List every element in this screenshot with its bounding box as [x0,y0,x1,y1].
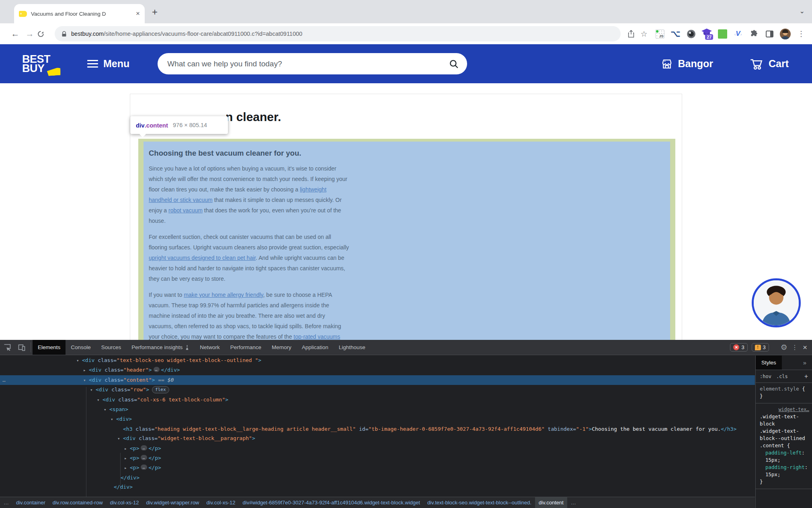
article-link[interactable]: robot vacuum [168,207,203,214]
dom-tree-node[interactable]: </div> [0,482,755,492]
green-square-extension-icon[interactable] [717,29,728,39]
expand-arrow-closed-icon[interactable]: ▸ [83,366,89,375]
class-toggle[interactable]: .cls [776,374,788,379]
scholar-extension-icon[interactable]: 27 [701,29,712,39]
more-tabs-chevron-icon[interactable]: » [798,356,812,370]
eye-extension-icon[interactable] [686,29,696,39]
search-icon[interactable] [449,59,459,69]
store-location-button[interactable]: Bangor [661,58,713,70]
dom-tree-node[interactable]: ▾<div class="widget-text-block__paragrap… [0,434,755,443]
dom-tree-node[interactable]: ▸<p>…</p> [0,463,755,473]
expand-arrow-open-icon[interactable]: ▾ [76,356,82,365]
expand-arrow-open-icon[interactable]: ▾ [111,415,116,424]
devtools-tab-memory[interactable]: Memory [267,340,297,355]
dom-tree-node[interactable]: </div> [0,473,755,482]
profile-avatar[interactable] [780,29,791,39]
dom-tree-node[interactable]: ▾<span> [0,405,755,414]
side-panel-icon[interactable] [764,29,775,39]
expand-arrow-open-icon[interactable]: ▾ [104,405,109,414]
devtools-close-icon[interactable]: × [802,343,807,352]
browser-menu-kebab-icon[interactable]: ⋮ [796,29,806,39]
article-link[interactable]: make your home allergy friendly [184,292,263,298]
share-button[interactable] [625,30,638,38]
expand-arrow-closed-icon[interactable]: ▸ [124,444,130,453]
devtools-settings-icon[interactable]: ⚙ [781,343,787,352]
dom-tree-node[interactable]: ▸<div class="header">…</div> [0,365,755,375]
expand-arrow-closed-icon[interactable]: ▸ [124,454,130,463]
devtools-tab-elements[interactable]: Elements [33,340,66,355]
devtools-tab-performance[interactable]: Performance [225,340,267,355]
collapsed-content-ellipsis[interactable]: … [141,455,147,460]
breadcrumb-item[interactable]: div.content [535,497,567,508]
site-search-bar[interactable] [158,53,467,74]
dom-tree-node[interactable]: <h3 class="heading widget-text-block__la… [0,424,755,434]
dom-tree-node[interactable]: ▸<p>…</p> [0,453,755,463]
flex-badge[interactable]: flex [152,386,169,393]
devtools-menu-kebab-icon[interactable]: ⋮ [791,343,798,351]
chat-assistant-avatar[interactable] [752,278,801,327]
style-rule[interactable]: element.style {} [756,383,812,403]
expand-arrow-closed-icon[interactable]: ▸ [124,463,130,473]
devtools-tab-network[interactable]: Network [195,340,225,355]
browser-tab[interactable]: Vacuums and Floor Cleaning D × [14,4,145,23]
dom-tree-node[interactable]: ▸<p>…</p> [0,444,755,453]
breadcrumb-item[interactable]: … [0,497,12,508]
url-bar[interactable]: bestbuy.com/site/home-appliances/vacuums… [55,26,621,41]
tab-title: Vacuums and Floor Cleaning D [31,11,133,17]
css-property[interactable]: padding-right: 15px; [760,464,809,478]
inspect-element-icon[interactable] [0,340,14,355]
article-link[interactable]: upright vacuums designed to clean pet ha… [149,255,256,261]
collapsed-content-ellipsis[interactable]: … [154,367,160,372]
forward-button[interactable]: → [23,29,37,39]
article-link[interactable]: top-rated vacuums [293,333,340,340]
expand-arrow-open-icon[interactable]: ▾ [97,395,103,405]
devtools-tab-application[interactable]: Application [297,340,334,355]
devtools-tab-performance-insights[interactable]: Performance insights [126,340,195,355]
new-tab-button[interactable]: + [152,7,158,17]
rule-source-link[interactable]: widget-tex… [760,406,809,413]
tab-styles[interactable]: Styles [756,356,782,370]
collapsed-content-ellipsis[interactable]: … [141,465,147,470]
breadcrumb-item[interactable]: div.row.contained-row [49,497,107,508]
breadcrumb-item[interactable]: div.col-xs-12 [203,497,239,508]
v-extension-icon[interactable]: ‹V› [733,29,743,39]
site-search-input[interactable] [167,60,449,68]
breadcrumb-item[interactable]: div.widget-wrapper.row [143,497,203,508]
bookmark-star-button[interactable]: ☆ [638,29,650,39]
dom-tree-node[interactable]: ▾<div> [0,414,755,424]
back-button[interactable]: ← [8,29,23,39]
tab-strip-chevron-icon[interactable]: ⌄ [800,7,805,15]
breadcrumb-item[interactable]: div.col-xs-12 [107,497,143,508]
breadcrumb-item[interactable]: … [567,497,580,508]
css-property[interactable]: padding-left: 15px; [760,449,809,464]
dom-tree-node[interactable]: ▾<div class="col-xs-6 text-block-column"… [0,395,755,405]
devtools-tab-lighthouse[interactable]: Lighthouse [334,340,371,355]
collapsed-content-ellipsis[interactable]: … [141,445,147,450]
reload-button[interactable] [37,30,51,38]
js-extension-icon[interactable]: JS [654,29,665,39]
devtools-tab-console[interactable]: Console [66,340,96,355]
devtools-tab-sources[interactable]: Sources [96,340,127,355]
bestbuy-logo[interactable]: BEST BUY [22,55,50,73]
breadcrumb-item[interactable]: div.container [12,497,49,508]
expand-arrow-open-icon[interactable]: ▾ [90,385,96,395]
expand-arrow-open-icon[interactable]: ▾ [117,434,123,443]
branch-extension-icon[interactable]: ⌥ [670,29,681,39]
expand-arrow-open-icon[interactable]: ▾ [83,376,89,385]
breadcrumb-item[interactable]: div.text-block-seo.widget-text-block--ou… [424,497,535,508]
menu-button[interactable]: Menu [87,58,129,70]
dom-tree-node[interactable]: ▾<div class="text-block-seo widget-text-… [0,356,755,365]
issues-badge[interactable]: ! 3 [752,343,769,352]
cart-button[interactable]: Cart [750,58,789,70]
hover-state-toggle[interactable]: :hov [760,374,771,379]
console-errors-badge[interactable]: ✕ 3 [730,343,747,352]
breadcrumb-item[interactable]: div#widget-6859f7e0-3027-4a73-92f4-aff1c… [239,497,424,508]
dom-tree-node[interactable]: …▾<div class="content"> == $0 [0,375,755,385]
extensions-puzzle-icon[interactable] [748,29,759,39]
new-style-rule-button[interactable]: + [804,373,808,380]
style-rule[interactable]: widget-tex….widget-text-block.widget-tex… [756,403,812,489]
devtools-panel: ElementsConsoleSourcesPerformance insigh… [0,340,812,508]
tab-close-icon[interactable]: × [136,10,140,18]
dom-tree-node[interactable]: ▾<div class="row">flex [0,385,755,395]
device-toolbar-icon[interactable] [14,340,29,355]
